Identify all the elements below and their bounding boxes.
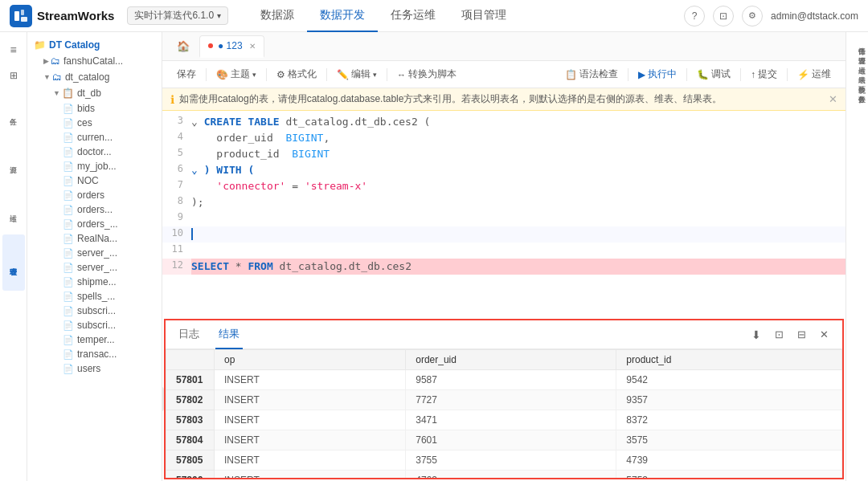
tree-label: dt_db — [77, 88, 101, 99]
submit-button[interactable]: ↑ 提交 — [744, 64, 784, 85]
tree-item-myjob[interactable]: 📄 my_job... — [27, 159, 162, 173]
format-button[interactable]: ⚙ 格式化 — [270, 64, 323, 85]
right-icon-task-params[interactable]: 任务参数 — [849, 87, 866, 93]
table-row: 57802 INSERT 7727 9357 — [166, 390, 842, 410]
cell-orderuid: 3471 — [406, 410, 616, 430]
theme-icon: 🎨 — [216, 69, 228, 80]
version-selector[interactable]: 实时计算迭代6.1.0 ▾ — [127, 6, 228, 25]
tree-item-orders2[interactable]: 📄 orders... — [27, 202, 162, 217]
right-icon-ops-table[interactable]: 运维表 — [849, 58, 866, 64]
code-editor[interactable]: 3 ⌄ CREATE TABLE dt_catalog.dt_db.ces2 (… — [162, 111, 845, 319]
sidebar-icon-grid[interactable]: ⊞ — [2, 64, 25, 87]
sidebar-icon-task[interactable]: 任务 — [2, 90, 25, 135]
tree-item-ces[interactable]: 📄 ces — [27, 116, 162, 130]
download-icon[interactable]: ⬇ — [747, 326, 765, 344]
tree-item-dtcatalog[interactable]: ▼ 🗂 dt_catalog — [27, 69, 162, 85]
result-tab[interactable]: 结果 — [215, 320, 243, 349]
right-icon-resource[interactable]: 资源管理 — [849, 48, 866, 55]
sidebar-icon-menu[interactable]: ≡ — [2, 39, 25, 61]
line-number: 8 — [162, 194, 191, 206]
chevron-right-icon: ▶ — [43, 57, 49, 65]
tree-item-orders3[interactable]: 📄 orders_... — [27, 217, 162, 231]
settings-icon[interactable]: ⚙ — [742, 6, 763, 26]
tree-item-temper[interactable]: 📄 temper... — [27, 332, 162, 347]
file-icon: 📄 — [63, 349, 74, 360]
right-icon-env-params[interactable]: 环境参数 — [849, 77, 866, 84]
toolbar-divider — [206, 68, 207, 81]
cell-productid: 5753 — [616, 471, 842, 479]
tab-close-icon[interactable]: ✕ — [249, 42, 256, 51]
file-icon: 📄 — [63, 263, 74, 273]
save-button[interactable]: 保存 — [170, 64, 203, 85]
ops-button[interactable]: ⚡ 运维 — [791, 64, 837, 85]
close-results-icon[interactable]: ✕ — [815, 326, 833, 344]
edit-button[interactable]: ✏️ 编辑 ▾ — [330, 64, 383, 85]
cell-op: INSERT — [215, 370, 406, 390]
nav-item-dev[interactable]: 数据开发 — [307, 0, 378, 32]
syntax-check-button[interactable]: 📋 语法检查 — [559, 64, 624, 85]
tree-label: subscri... — [77, 305, 116, 316]
tree-item-bids[interactable]: 📄 bids — [27, 101, 162, 116]
run-button[interactable]: ▶ 执行中 — [632, 64, 683, 85]
tab-home[interactable]: 🏠 — [169, 35, 198, 58]
minimize-icon[interactable]: ⊟ — [792, 326, 810, 344]
info-close-icon[interactable]: ✕ — [829, 93, 837, 105]
col-header-productid: product_id — [616, 350, 842, 370]
cell-orderuid: 9587 — [406, 370, 616, 390]
tree-item-dtdb[interactable]: ▼ 📋 dt_db — [27, 85, 162, 101]
nav-label-datasource: 数据源 — [260, 8, 294, 22]
tab-dot — [208, 43, 213, 48]
tree-root[interactable]: 📁 DT Catalog — [27, 37, 162, 53]
run-icon: ▶ — [638, 69, 645, 80]
help-icon[interactable]: ? — [684, 6, 705, 26]
tree-item-server2[interactable]: 📄 server_... — [27, 260, 162, 275]
tree-item-fanshucatal[interactable]: ▶ 🗂 fanshuCatal... — [27, 53, 162, 69]
tree-item-orders[interactable]: 📄 orders — [27, 188, 162, 202]
tree-item-shipme[interactable]: 📄 shipme... — [27, 275, 162, 289]
file-icon: 📄 — [63, 161, 74, 172]
tree-label: NOC — [77, 175, 99, 186]
divider6 — [686, 68, 687, 81]
tree-item-curren[interactable]: 📄 curren... — [27, 130, 162, 145]
tree-item-transac[interactable]: 📄 transac... — [27, 347, 162, 361]
tree-item-subscri2[interactable]: 📄 subscri... — [27, 318, 162, 332]
nav-item-project[interactable]: 项目管理 — [448, 0, 519, 32]
tree-item-noc[interactable]: 📄 NOC — [27, 173, 162, 188]
right-icon-result-table[interactable]: 结果表 — [849, 67, 866, 74]
line-number: 6 — [162, 162, 191, 174]
sidebar-icon-resource[interactable]: 资源 — [2, 138, 25, 183]
expand-icon[interactable]: ⊡ — [770, 326, 788, 344]
tree-item-server1[interactable]: 📄 server_... — [27, 246, 162, 260]
tree-item-spells[interactable]: 📄 spells_... — [27, 289, 162, 304]
nav-item-ops[interactable]: 任务运维 — [378, 0, 448, 32]
message-icon[interactable]: ⊡ — [713, 6, 734, 26]
tree-label: fanshuCatal... — [63, 55, 123, 67]
file-icon: 📄 — [63, 335, 74, 345]
info-message: 如需使用catalog的表，请使用catalog.database.table方… — [179, 92, 722, 106]
code-line-4: 4 order_uid BIGINT, — [162, 130, 845, 146]
cell-op: INSERT — [215, 410, 406, 430]
theme-button[interactable]: 🎨 主题 ▾ — [210, 64, 263, 85]
debug-button[interactable]: 🐛 调试 — [690, 64, 737, 85]
log-tab[interactable]: 日志 — [175, 320, 203, 349]
divider5 — [628, 68, 628, 81]
tree-label: orders_... — [77, 218, 118, 230]
sidebar-icon-table[interactable]: 表管理 — [2, 234, 25, 291]
tree-item-realna[interactable]: 📄 RealNa... — [27, 231, 162, 246]
debug-icon: 🐛 — [697, 69, 709, 80]
tree-root-label: DT Catalog — [49, 39, 100, 51]
log-tab-label: 日志 — [178, 327, 199, 341]
sidebar-icon-ops[interactable]: 运维 — [2, 186, 25, 231]
tree-item-users[interactable]: 📄 users — [27, 361, 162, 376]
tree-item-subscri1[interactable]: 📄 subscri... — [27, 304, 162, 318]
tree-item-doctor[interactable]: 📄 doctor... — [27, 145, 162, 159]
line-content: ⌄ CREATE TABLE dt_catalog.dt_db.ces2 ( — [191, 114, 845, 130]
ops-icon: ⚡ — [797, 69, 809, 80]
nav-item-datasource[interactable]: 数据源 — [248, 0, 307, 32]
convert-button[interactable]: ↔ 转换为脚本 — [391, 64, 463, 85]
tree-label: bids — [77, 103, 95, 114]
tree-label: subscri... — [77, 320, 116, 331]
cell-op: INSERT — [215, 450, 406, 471]
right-icon-task-detail[interactable]: 任务详情 — [849, 39, 866, 45]
tab-active[interactable]: ● 123 ✕ — [199, 35, 264, 58]
